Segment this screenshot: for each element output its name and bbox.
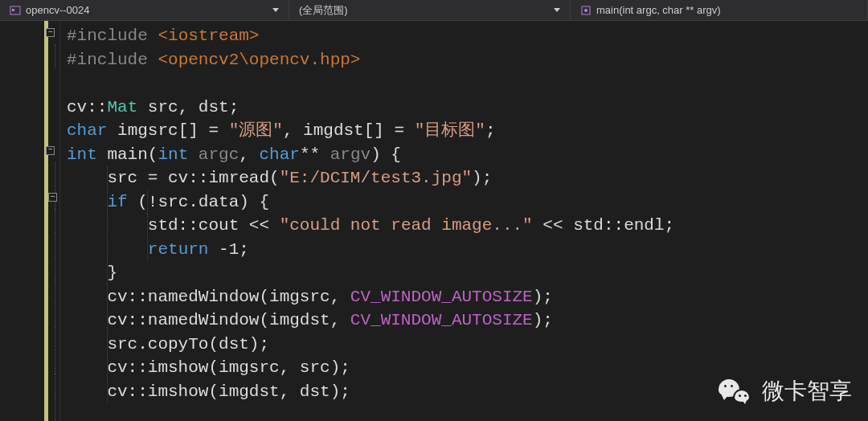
code-line: #include <opencv2\opencv.hpp> bbox=[67, 48, 868, 72]
code-line bbox=[67, 72, 868, 96]
code-line: cv::Mat src, dst; bbox=[67, 96, 868, 120]
code-line: cv::namedWindow(imgsrc, CV_WINDOW_AUTOSI… bbox=[67, 285, 868, 309]
scope-selector[interactable]: (全局范围) bbox=[289, 0, 571, 20]
chevron-down-icon bbox=[554, 8, 560, 12]
watermark: 微卡智享 bbox=[719, 376, 852, 407]
collapse-toggle[interactable]: − bbox=[48, 193, 57, 202]
svg-rect-0 bbox=[10, 6, 20, 14]
project-selector[interactable]: opencv--0024 bbox=[0, 0, 289, 20]
code-line: #include <iostream> bbox=[67, 24, 868, 48]
code-editor[interactable]: − − − #include <iostream> #include <open… bbox=[0, 21, 868, 421]
code-line: std::cout << "could not read image..." <… bbox=[67, 214, 868, 238]
chevron-down-icon bbox=[272, 8, 279, 12]
code-line: } bbox=[67, 261, 868, 285]
code-line: src.copyTo(dst); bbox=[67, 333, 868, 357]
wechat-icon bbox=[719, 378, 751, 405]
project-label: opencv--0024 bbox=[26, 4, 90, 16]
collapse-toggle[interactable]: − bbox=[46, 28, 55, 37]
code-line: char imgsrc[] = "源图", imgdst[] = "目标图"; bbox=[67, 119, 868, 143]
svg-rect-1 bbox=[12, 9, 14, 11]
code-area[interactable]: #include <iostream> #include <opencv2\op… bbox=[60, 21, 868, 421]
gutter: − − − bbox=[0, 21, 60, 421]
watermark-text: 微卡智享 bbox=[762, 376, 852, 407]
code-line: int main(int argc, char** argv) { bbox=[67, 143, 868, 167]
code-line: return -1; bbox=[67, 238, 868, 262]
function-selector[interactable]: main(int argc, char ** argv) bbox=[571, 0, 868, 20]
code-line: src = cv::imread("E:/DCIM/test3.jpg"); bbox=[67, 166, 868, 190]
svg-point-3 bbox=[584, 9, 588, 12]
project-icon bbox=[10, 5, 21, 16]
collapse-toggle[interactable]: − bbox=[46, 146, 55, 155]
function-label: main(int argc, char ** argv) bbox=[596, 4, 721, 16]
navigation-bar: opencv--0024 (全局范围) main(int argc, char … bbox=[0, 0, 868, 21]
code-line: cv::namedWindow(imgdst, CV_WINDOW_AUTOSI… bbox=[67, 309, 868, 333]
function-icon bbox=[580, 5, 592, 16]
scope-label: (全局范围) bbox=[299, 3, 348, 18]
code-line: if (!src.data) { bbox=[67, 190, 868, 215]
